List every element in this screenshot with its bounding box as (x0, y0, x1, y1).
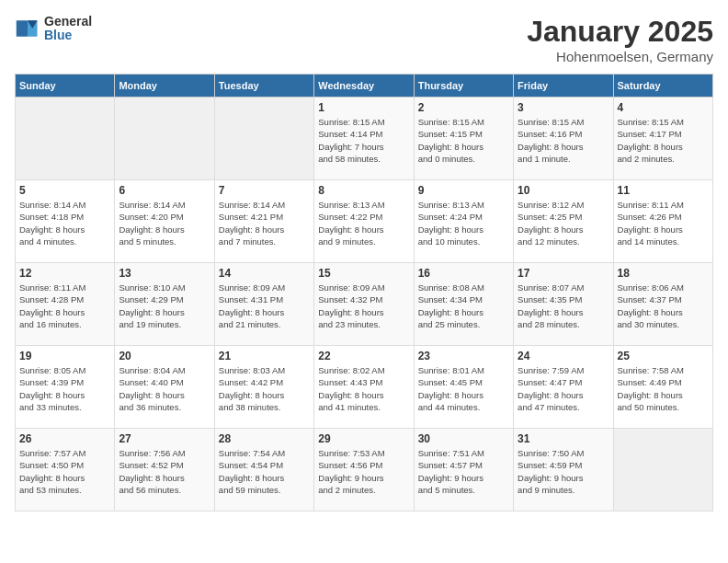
day-number: 29 (318, 432, 409, 445)
day-number: 15 (318, 267, 409, 280)
day-info: Sunrise: 8:03 AMSunset: 4:42 PMDaylight:… (219, 364, 310, 413)
calendar-cell: 21Sunrise: 8:03 AMSunset: 4:42 PMDayligh… (214, 346, 313, 429)
day-info: Sunrise: 8:06 AMSunset: 4:37 PMDaylight:… (618, 282, 709, 330)
calendar-cell: 31Sunrise: 7:50 AMSunset: 4:59 PMDayligh… (514, 429, 613, 511)
weekday-header-sunday: Sunday (16, 75, 115, 98)
day-info: Sunrise: 7:56 AMSunset: 4:52 PMDaylight:… (119, 447, 210, 496)
day-number: 10 (518, 184, 609, 197)
month-title: January 2025 (527, 15, 713, 49)
calendar-cell: 6Sunrise: 8:14 AMSunset: 4:20 PMDaylight… (115, 180, 214, 263)
day-info: Sunrise: 8:15 AMSunset: 4:17 PMDaylight:… (618, 116, 709, 165)
day-info: Sunrise: 7:51 AMSunset: 4:57 PMDaylight:… (418, 447, 509, 496)
day-info: Sunrise: 8:15 AMSunset: 4:14 PMDaylight:… (318, 116, 409, 165)
day-info: Sunrise: 8:14 AMSunset: 4:21 PMDaylight:… (219, 199, 310, 247)
weekday-header-monday: Monday (115, 75, 214, 98)
day-number: 25 (618, 350, 709, 362)
calendar-cell: 30Sunrise: 7:51 AMSunset: 4:57 PMDayligh… (414, 429, 513, 511)
day-info: Sunrise: 7:53 AMSunset: 4:56 PMDaylight:… (318, 447, 409, 496)
day-info: Sunrise: 7:50 AMSunset: 4:59 PMDaylight:… (518, 447, 609, 496)
calendar-cell: 4Sunrise: 8:15 AMSunset: 4:17 PMDaylight… (613, 98, 712, 180)
calendar-cell: 2Sunrise: 8:15 AMSunset: 4:15 PMDaylight… (414, 98, 513, 180)
day-number: 14 (219, 267, 310, 280)
day-number: 31 (518, 432, 609, 445)
day-number: 28 (219, 432, 310, 445)
day-number: 23 (418, 350, 509, 362)
day-info: Sunrise: 8:09 AMSunset: 4:31 PMDaylight:… (219, 282, 310, 330)
day-info: Sunrise: 8:11 AMSunset: 4:26 PMDaylight:… (618, 199, 709, 247)
day-info: Sunrise: 8:13 AMSunset: 4:24 PMDaylight:… (418, 199, 509, 247)
calendar-week-2: 5Sunrise: 8:14 AMSunset: 4:18 PMDaylight… (16, 180, 713, 263)
day-number: 6 (119, 184, 210, 197)
day-info: Sunrise: 8:10 AMSunset: 4:29 PMDaylight:… (119, 282, 210, 330)
calendar-cell: 10Sunrise: 8:12 AMSunset: 4:25 PMDayligh… (514, 180, 613, 263)
calendar-week-5: 26Sunrise: 7:57 AMSunset: 4:50 PMDayligh… (16, 429, 713, 511)
day-info: Sunrise: 7:54 AMSunset: 4:54 PMDaylight:… (219, 447, 310, 496)
day-number: 16 (418, 267, 509, 280)
weekday-header-thursday: Thursday (414, 75, 513, 98)
day-number: 1 (318, 101, 409, 114)
day-info: Sunrise: 8:14 AMSunset: 4:20 PMDaylight:… (119, 199, 210, 247)
day-number: 27 (119, 432, 210, 445)
calendar-cell: 14Sunrise: 8:09 AMSunset: 4:31 PMDayligh… (214, 263, 313, 346)
day-number: 5 (19, 184, 110, 197)
logo-blue-text: Blue (44, 29, 92, 42)
logo-icon (15, 16, 40, 41)
weekday-header-saturday: Saturday (613, 75, 712, 98)
calendar-cell: 8Sunrise: 8:13 AMSunset: 4:22 PMDaylight… (314, 180, 414, 263)
logo-general-text: General (44, 15, 92, 29)
day-number: 18 (618, 267, 709, 280)
calendar-cell: 18Sunrise: 8:06 AMSunset: 4:37 PMDayligh… (613, 263, 712, 346)
day-number: 13 (119, 267, 210, 280)
calendar-cell: 5Sunrise: 8:14 AMSunset: 4:18 PMDaylight… (16, 180, 115, 263)
day-info: Sunrise: 8:08 AMSunset: 4:34 PMDaylight:… (418, 282, 509, 330)
day-info: Sunrise: 8:11 AMSunset: 4:28 PMDaylight:… (19, 282, 110, 330)
calendar-cell: 3Sunrise: 8:15 AMSunset: 4:16 PMDaylight… (514, 98, 613, 180)
day-info: Sunrise: 8:15 AMSunset: 4:16 PMDaylight:… (518, 116, 609, 165)
day-info: Sunrise: 7:58 AMSunset: 4:49 PMDaylight:… (618, 364, 709, 413)
calendar-cell: 23Sunrise: 8:01 AMSunset: 4:45 PMDayligh… (414, 346, 513, 429)
calendar-cell: 9Sunrise: 8:13 AMSunset: 4:24 PMDaylight… (414, 180, 513, 263)
calendar-cell (214, 98, 313, 180)
calendar-cell: 15Sunrise: 8:09 AMSunset: 4:32 PMDayligh… (314, 263, 414, 346)
day-number: 19 (19, 350, 110, 362)
day-number: 24 (518, 350, 609, 362)
calendar-week-1: 1Sunrise: 8:15 AMSunset: 4:14 PMDaylight… (16, 98, 713, 180)
weekday-header-wednesday: Wednesday (314, 75, 414, 98)
title-block: January 2025 Hohenmoelsen, Germany (527, 15, 713, 64)
day-number: 12 (19, 267, 110, 280)
day-number: 26 (19, 432, 110, 445)
weekday-header-tuesday: Tuesday (214, 75, 313, 98)
calendar-cell: 12Sunrise: 8:11 AMSunset: 4:28 PMDayligh… (16, 263, 115, 346)
calendar-week-3: 12Sunrise: 8:11 AMSunset: 4:28 PMDayligh… (16, 263, 713, 346)
calendar-cell: 16Sunrise: 8:08 AMSunset: 4:34 PMDayligh… (414, 263, 513, 346)
day-number: 2 (418, 101, 509, 114)
calendar-cell (16, 98, 115, 180)
day-info: Sunrise: 8:01 AMSunset: 4:45 PMDaylight:… (418, 364, 509, 413)
calendar-body: 1Sunrise: 8:15 AMSunset: 4:14 PMDaylight… (16, 98, 713, 511)
logo: General Blue (15, 15, 92, 43)
day-number: 20 (119, 350, 210, 362)
calendar-cell: 25Sunrise: 7:58 AMSunset: 4:49 PMDayligh… (613, 346, 712, 429)
day-number: 8 (318, 184, 409, 197)
day-number: 22 (318, 350, 409, 362)
day-info: Sunrise: 8:05 AMSunset: 4:39 PMDaylight:… (19, 364, 110, 413)
day-info: Sunrise: 8:02 AMSunset: 4:43 PMDaylight:… (318, 364, 409, 413)
day-number: 11 (618, 184, 709, 197)
day-info: Sunrise: 8:12 AMSunset: 4:25 PMDaylight:… (518, 199, 609, 247)
calendar-cell: 11Sunrise: 8:11 AMSunset: 4:26 PMDayligh… (613, 180, 712, 263)
day-number: 9 (418, 184, 509, 197)
calendar-table: SundayMondayTuesdayWednesdayThursdayFrid… (15, 74, 713, 511)
calendar-cell: 19Sunrise: 8:05 AMSunset: 4:39 PMDayligh… (16, 346, 115, 429)
calendar-cell: 17Sunrise: 8:07 AMSunset: 4:35 PMDayligh… (514, 263, 613, 346)
weekday-header-row: SundayMondayTuesdayWednesdayThursdayFrid… (16, 75, 713, 98)
calendar-cell: 26Sunrise: 7:57 AMSunset: 4:50 PMDayligh… (16, 429, 115, 511)
day-info: Sunrise: 8:14 AMSunset: 4:18 PMDaylight:… (19, 199, 110, 247)
day-info: Sunrise: 8:09 AMSunset: 4:32 PMDaylight:… (318, 282, 409, 330)
calendar-week-4: 19Sunrise: 8:05 AMSunset: 4:39 PMDayligh… (16, 346, 713, 429)
day-number: 30 (418, 432, 509, 445)
calendar-cell: 28Sunrise: 7:54 AMSunset: 4:54 PMDayligh… (214, 429, 313, 511)
calendar-cell: 7Sunrise: 8:14 AMSunset: 4:21 PMDaylight… (214, 180, 313, 263)
page-header: General Blue January 2025 Hohenmoelsen, … (15, 15, 713, 64)
day-info: Sunrise: 8:13 AMSunset: 4:22 PMDaylight:… (318, 199, 409, 247)
calendar-cell: 24Sunrise: 7:59 AMSunset: 4:47 PMDayligh… (514, 346, 613, 429)
